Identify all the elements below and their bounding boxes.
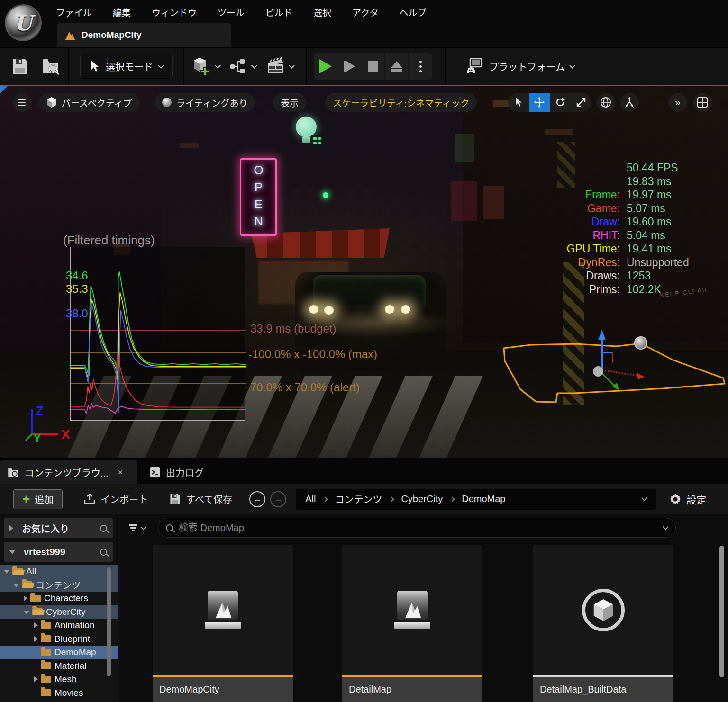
menu-actor[interactable]: アクタ <box>352 6 378 18</box>
tree-item-demomap[interactable]: DemoMap <box>0 646 118 659</box>
forward-button[interactable]: → <box>270 491 286 507</box>
breadcrumb-separator-icon <box>323 496 328 502</box>
blueprints-icon[interactable] <box>229 58 256 75</box>
breadcrumb-cybercity[interactable]: CyberCity <box>401 494 443 504</box>
frame-skip-button[interactable] <box>337 53 361 80</box>
breadcrumb-content[interactable]: コンテンツ <box>335 492 382 506</box>
add-actor-icon[interactable] <box>191 56 220 77</box>
tree-scrollbar[interactable] <box>107 567 111 676</box>
settings-button[interactable]: 設定 <box>669 492 706 506</box>
level-asset-icon <box>394 591 430 629</box>
built-data-asset-icon <box>582 589 625 631</box>
maximize-viewport-button[interactable] <box>693 93 712 112</box>
content-browser-toolbar: + 追加 インポート すべて保存 ← → All コンテンツ CyberCity… <box>0 484 728 514</box>
asset-card-demomapcity[interactable]: DemoMapCity <box>153 545 293 702</box>
content-browser-icon[interactable] <box>42 57 62 75</box>
tree-item-material[interactable]: Material <box>0 659 118 673</box>
filter-button[interactable] <box>120 524 146 531</box>
menu-help[interactable]: ヘルプ <box>399 6 426 18</box>
timing-graph-title: (Filtered timings) <box>63 233 155 248</box>
level-tab[interactable]: DemoMapCity <box>57 23 231 47</box>
tree-item-characters[interactable]: Characters <box>0 592 118 605</box>
viewport-stats-overlay: 50.44 FPS 19.83 ms Frame:19.97 ms Game:5… <box>567 161 697 296</box>
eject-button[interactable] <box>385 53 409 80</box>
asset-card-builtdata[interactable]: DetailMap_BuiltData <box>533 545 673 702</box>
platform-devices-icon <box>464 57 483 76</box>
asset-grid-scrollbar[interactable] <box>719 546 724 677</box>
play-button[interactable] <box>314 53 337 80</box>
viewport-options-menu[interactable] <box>12 93 31 112</box>
tree-item-animation[interactable]: Animation <box>0 619 118 632</box>
import-icon <box>83 493 96 505</box>
scale-tool[interactable] <box>571 93 592 112</box>
stat-fps: 50.44 FPS <box>627 161 697 175</box>
move-tool[interactable] <box>529 93 550 112</box>
tree-item-blueprint[interactable]: Blueprint <box>0 632 118 646</box>
asset-card-detailmap[interactable]: DetailMap <box>342 545 482 702</box>
graph-budget-label: 33.9 ms (budget) <box>250 322 336 335</box>
bottom-tab-bar: コンテンツブラウ... × 出力ログ <box>0 459 728 484</box>
collection-section[interactable]: vrtest999 <box>4 542 113 562</box>
menu-edit[interactable]: 編集 <box>113 6 131 18</box>
level-viewport[interactable]: OPEN KEEP CLEAR <box>0 85 728 458</box>
save-all-label: すべて保存 <box>186 492 232 506</box>
lit-mode-dropdown[interactable]: ライティングあり <box>155 93 255 112</box>
asset-search <box>158 518 676 538</box>
menu-tools[interactable]: ツール <box>218 6 245 18</box>
lit-sphere-icon <box>162 98 172 107</box>
menu-window[interactable]: ウィンドウ <box>152 6 197 18</box>
play-options-button[interactable] <box>409 53 432 80</box>
menu-build[interactable]: ビルド <box>265 6 292 18</box>
breadcrumb-dropdown-icon[interactable] <box>641 495 647 501</box>
menu-file[interactable]: ファイル <box>56 6 92 18</box>
world-local-toggle[interactable] <box>596 93 615 112</box>
open-folder-icon <box>32 608 43 615</box>
selection-mode-dropdown[interactable]: 選択モード <box>81 54 172 79</box>
menu-select[interactable]: 選択 <box>313 6 331 18</box>
asset-search-input[interactable] <box>179 522 658 533</box>
tree-item-mesh[interactable]: Mesh <box>0 673 118 686</box>
tree-item-all[interactable]: All <box>0 565 118 578</box>
breadcrumb-demomap[interactable]: DemoMap <box>462 494 505 504</box>
save-icon[interactable] <box>11 57 28 75</box>
collapse-icon <box>9 550 15 554</box>
perspective-label: パースペクティブ <box>62 96 132 109</box>
tree-item-movies[interactable]: Movies <box>0 686 118 700</box>
cinematics-icon[interactable] <box>266 57 294 75</box>
perspective-dropdown[interactable]: パースペクティブ <box>39 93 140 112</box>
search-icon[interactable] <box>100 549 107 556</box>
search-icon[interactable] <box>100 525 107 532</box>
hamburger-icon <box>18 99 26 106</box>
favorites-label: お気に入り <box>22 522 94 535</box>
content-browser-panel: コンテンツブラウ... × 出力ログ + 追加 インポート すべて保存 ← → … <box>0 458 728 702</box>
level-tab-label: DemoMapCity <box>82 30 142 40</box>
tree-item-content[interactable]: コンテンツ <box>0 578 118 592</box>
tree-item-cybercity[interactable]: CyberCity <box>0 605 118 619</box>
output-log-tab[interactable]: 出力ログ <box>142 460 211 484</box>
expand-toolbar-button[interactable]: » <box>668 93 687 112</box>
graph-max-label: -100.0% x -100.0% (max) <box>248 348 377 361</box>
content-browser-tab[interactable]: コンテンツブラウ... × <box>0 460 137 484</box>
show-dropdown[interactable]: 表示 <box>273 93 306 112</box>
breadcrumb-separator-icon <box>450 496 455 502</box>
import-button[interactable]: インポート <box>83 492 148 506</box>
stat-frame: 19.97 ms <box>627 188 697 202</box>
search-dropdown-icon[interactable] <box>663 524 669 530</box>
back-button[interactable]: ← <box>249 491 265 507</box>
add-button[interactable]: + 追加 <box>13 489 63 509</box>
snapping-toggle[interactable] <box>620 93 639 112</box>
lit-mode-label: ライティングあり <box>176 96 247 109</box>
platform-dropdown[interactable]: プラットフォーム <box>464 57 574 76</box>
snap-arrows-icon <box>624 97 635 108</box>
favorites-section[interactable]: お気に入り <box>4 518 113 538</box>
open-folder-icon <box>12 568 23 575</box>
scalability-warning-button[interactable]: スケーラビリティ:シネマティック <box>325 93 477 112</box>
breadcrumb-all[interactable]: All <box>305 494 316 504</box>
select-tool[interactable] <box>508 93 529 112</box>
close-tab-icon[interactable]: × <box>118 468 123 477</box>
unreal-logo-icon[interactable]: U <box>5 4 42 41</box>
stop-button[interactable] <box>361 53 385 80</box>
rotate-tool[interactable] <box>550 93 571 112</box>
graph-frame-value: 34.6 <box>66 269 88 282</box>
save-all-button[interactable]: すべて保存 <box>169 492 232 506</box>
